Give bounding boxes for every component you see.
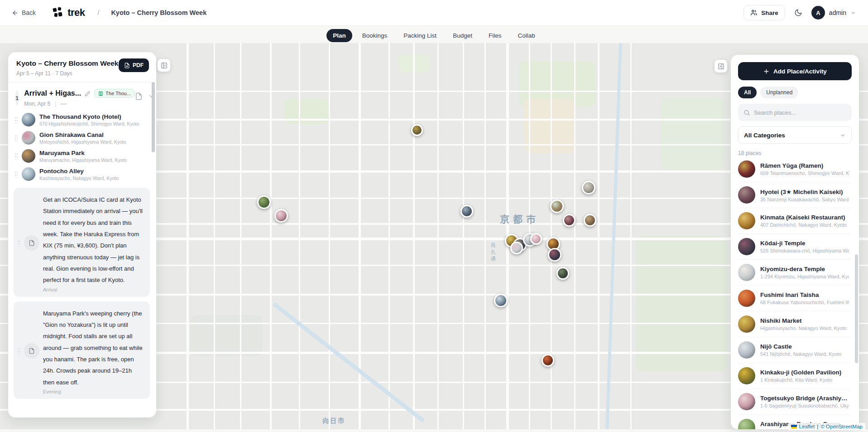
place-name: Rāmen Yūga (Ramen)	[760, 162, 849, 169]
map-road	[329, 43, 330, 429]
place-name: Kiyomizu-dera Temple	[760, 266, 849, 272]
places-list-item[interactable]: Kinmata (Kaiseki Restaurant) 407 Dainich…	[738, 208, 852, 234]
place-photo	[738, 264, 755, 281]
map-road	[574, 43, 575, 429]
map-marker-photo[interactable]	[556, 267, 569, 280]
map-marker-photo[interactable]	[530, 233, 542, 245]
map-road	[388, 43, 390, 429]
map-street-label: 烏丸通	[489, 243, 496, 263]
places-scrollbar[interactable]	[855, 254, 858, 363]
map-road	[598, 43, 599, 429]
map-marker-photo[interactable]	[494, 294, 508, 307]
ukraine-flag-icon	[791, 425, 797, 429]
search-input[interactable]	[754, 109, 846, 116]
map-marker-photo[interactable]	[563, 214, 575, 227]
drag-handle-icon[interactable]	[17, 348, 20, 354]
day-row[interactable]: 1 Arrival + Higas... The Thou... Mon, Ap…	[8, 83, 156, 111]
day-meta-separator: |	[55, 101, 56, 107]
place-photo	[738, 238, 755, 255]
drag-handle-icon[interactable]	[14, 116, 18, 123]
drag-handle-icon[interactable]	[17, 240, 20, 247]
tab-bookings[interactable]: Bookings	[356, 29, 394, 42]
user-name: admin	[829, 9, 846, 16]
pdf-export-button[interactable]: PDF	[119, 58, 149, 72]
back-button[interactable]: Back	[12, 9, 36, 16]
map-marker-photo[interactable]	[257, 195, 271, 209]
add-place-button[interactable]: Add Place/Activity	[738, 62, 852, 80]
places-list-item[interactable]: Rāmen Yūga (Ramen) 609 Teianmaenocho, Sh…	[738, 156, 852, 182]
places-list-item[interactable]: Nishiki Market Higashiuoyacho, Nakagyo W…	[738, 311, 852, 337]
user-menu[interactable]: A admin	[811, 6, 856, 19]
place-photo	[738, 341, 755, 359]
collapse-left-panel-button[interactable]	[158, 59, 170, 72]
app-logo[interactable]: trek	[52, 7, 85, 19]
panel-right-collapse-icon	[718, 63, 724, 70]
tab-plan[interactable]: Plan	[326, 29, 352, 42]
edit-pencil-icon[interactable]	[85, 91, 91, 97]
map-marker-photo[interactable]	[510, 242, 523, 254]
places-list-item[interactable]: Kiyomizu-dera Temple 1-294 Kiyomizu, Hig…	[738, 260, 852, 286]
day-notes-icon[interactable]	[135, 92, 143, 100]
filter-pill-unplanned[interactable]: Unplanned	[760, 87, 798, 98]
places-list-item[interactable]: Togetsukyo Bridge (Arashiyama) 1-5 Sagat…	[738, 389, 852, 415]
place-photo	[22, 131, 35, 145]
search-icon	[743, 109, 750, 116]
note-text: Maruyama Park's weeping cherry (the "Gio…	[43, 308, 144, 388]
filter-pill-all[interactable]: All	[738, 87, 757, 98]
itinerary-place-row[interactable]: Gion Shirakawa Canal Motoyoshichō, Higas…	[8, 129, 156, 147]
hotel-icon	[98, 91, 103, 96]
place-address: Kashiwayacho, Nakagyo Ward, Kyoto	[39, 175, 119, 181]
drag-handle-icon[interactable]	[14, 171, 18, 178]
map-road	[270, 43, 272, 429]
place-photo	[738, 393, 755, 410]
note-card[interactable]: Maruyama Park's weeping cherry (the "Gio…	[14, 301, 150, 399]
map-marker-photo[interactable]	[274, 209, 288, 223]
place-photo	[22, 167, 35, 181]
place-photo	[738, 290, 755, 307]
share-button[interactable]: Share	[743, 5, 785, 20]
collapse-right-panel-button[interactable]	[715, 60, 727, 73]
map-city-label: 京都市	[500, 212, 539, 225]
osm-link[interactable]: © OpenStreetMap	[820, 424, 863, 429]
note-card[interactable]: Get an ICOCA/Suica IC card at Kyoto Stat…	[14, 188, 150, 297]
map-marker-photo[interactable]	[584, 214, 596, 227]
places-list-item[interactable]: Nijō Castle 541 Nijōjōchō, Nakagyo Ward,…	[738, 337, 852, 363]
note-doc-icon	[24, 235, 39, 251]
map-marker-photo[interactable]	[460, 205, 473, 218]
map-marker-photo[interactable]	[550, 199, 564, 213]
tab-files[interactable]: Files	[482, 29, 508, 42]
drag-handle-icon[interactable]	[14, 153, 18, 160]
places-list-item[interactable]: Kōdai-ji Temple 526 Shimokawara-chō, Hig…	[738, 234, 852, 260]
itinerary-place-row[interactable]: Pontocho Alley Kashiwayacho, Nakagyo War…	[8, 165, 156, 183]
place-address: 1-294 Kiyomizu, Higashiyama Ward, Kyoto	[760, 274, 849, 279]
map-marker-photo[interactable]	[582, 181, 595, 194]
place-name: Pontocho Alley	[39, 168, 119, 175]
itinerary-header: Kyoto – Cherry Blossom Week Apr 5 – Apr …	[8, 52, 156, 83]
map-marker-photo[interactable]	[411, 124, 423, 136]
place-photo	[738, 316, 755, 333]
map-marker-photo[interactable]	[548, 248, 561, 262]
tab-packing-list[interactable]: Packing List	[397, 29, 443, 42]
katsura-river	[273, 302, 425, 423]
places-list-item[interactable]: Kinkaku-ji (Golden Pavilion) 1 Kinkakuji…	[738, 363, 852, 389]
note-doc-icon	[24, 343, 39, 359]
tab-budget[interactable]: Budget	[446, 29, 479, 42]
place-photo	[22, 113, 35, 126]
map-marker-photo[interactable]	[542, 354, 554, 367]
leaflet-link[interactable]: Leaflet	[799, 424, 815, 429]
places-list-item[interactable]: Fushimi Inari Taisha 68 Fukakusa Yabunou…	[738, 286, 852, 311]
map-road	[630, 43, 632, 429]
drag-handle-icon[interactable]	[14, 135, 18, 141]
kamo-river	[605, 43, 622, 429]
itinerary-scrollbar[interactable]	[152, 82, 155, 152]
theme-toggle-button[interactable]	[794, 9, 802, 17]
place-address: 1-5 Sagatenryuji Susukinobabachō, Uky…	[760, 403, 849, 408]
day-hotel-badge[interactable]: The Thou...	[94, 89, 135, 98]
itinerary-place-row[interactable]: Maruyama Park Maruyamacho, Higashiyama W…	[8, 147, 156, 165]
tab-collab[interactable]: Collab	[511, 29, 541, 42]
place-photo	[738, 419, 755, 429]
trip-tabs: PlanBookingsPacking ListBudgetFilesColla…	[0, 29, 868, 42]
itinerary-place-row[interactable]: The Thousand Kyoto (Hotel) 570 Higashish…	[8, 111, 156, 129]
places-list-item[interactable]: Hyotei (3★ Michelin Kaiseki) 35 Nanzenji…	[738, 182, 852, 208]
category-select[interactable]: All Categories	[738, 126, 852, 144]
